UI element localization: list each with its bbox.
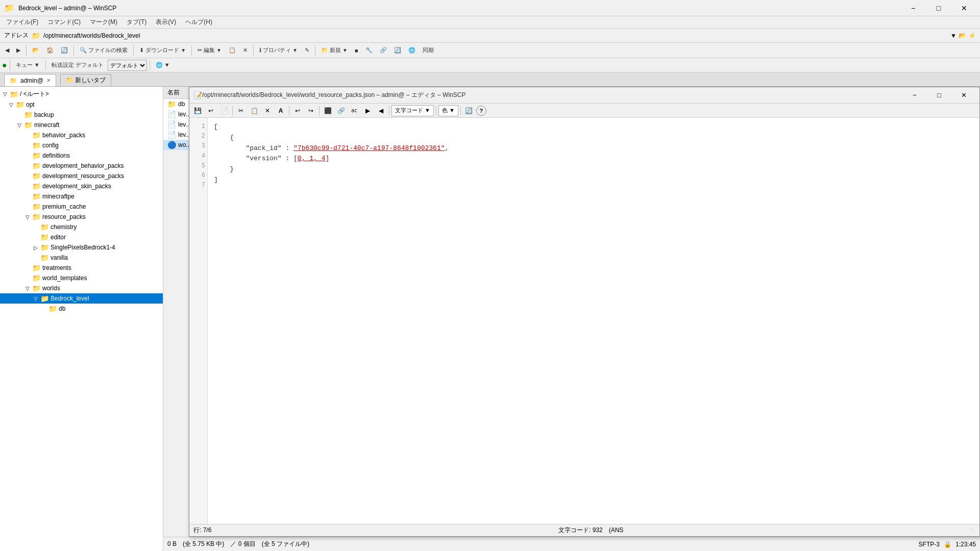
editor-save-btn[interactable]: 💾 (191, 105, 204, 117)
black-square-button[interactable]: ■ (352, 44, 361, 57)
tree-item-minecraftpe[interactable]: 📁 minecraftpe (0, 191, 163, 202)
tree-item-treatments[interactable]: 📁 treatments (0, 263, 163, 273)
link-button[interactable]: 🔗 (377, 44, 390, 57)
line-num-2: 2 (191, 132, 205, 141)
refresh-button[interactable]: 🔄 (58, 44, 71, 57)
home-button[interactable]: 🏠 (43, 44, 57, 57)
editor-undo-btn[interactable]: ↩ (291, 105, 304, 117)
expand-bedrock[interactable]: ▽ (33, 296, 39, 302)
tab-session[interactable]: 📁 admin@ ✕ (4, 74, 56, 86)
properties-button[interactable]: ℹ プロパティ ▼ (256, 44, 301, 57)
line-num-4: 4 (191, 152, 205, 161)
tree-item-behavior-packs[interactable]: 📁 behavior_packs (0, 130, 163, 140)
address-dropdown[interactable]: ▼ (950, 32, 957, 39)
transfer-dropdown[interactable]: デフォルト (108, 60, 147, 71)
menu-tab[interactable]: タブ(T) (122, 17, 151, 28)
tree-item-db[interactable]: 📁 db (0, 304, 163, 314)
tree-item-config[interactable]: 📁 config (0, 140, 163, 151)
editor-a-btn[interactable]: A (275, 105, 287, 117)
folder-icon-db: 📁 (48, 305, 57, 313)
queue-button[interactable]: キュー ▼ (13, 59, 43, 72)
editor-newdoc-btn[interactable]: 📄 (218, 105, 230, 117)
menu-mark[interactable]: マーク(M) (86, 17, 121, 28)
download-button[interactable]: ⬇ ダウンロード ▼ (136, 44, 189, 57)
maximize-button[interactable]: □ (927, 0, 950, 16)
folder-icon-chemistry: 📁 (40, 223, 49, 231)
globe-button[interactable]: 🌐 (405, 44, 419, 57)
expand-singlepixels[interactable]: ▷ (33, 245, 39, 251)
minimize-button[interactable]: − (901, 0, 925, 16)
tree-item-dev-behavior[interactable]: 📁 development_behavior_packs (0, 161, 163, 171)
editor-color-dropdown[interactable]: 色 ▼ (438, 105, 458, 116)
tree-item-bedrock-level[interactable]: ▽ 📁 Bedrock_level (0, 293, 163, 304)
sync-button[interactable]: 同期 (420, 44, 437, 57)
editor-charcode-dropdown[interactable]: 文字コード ▼ (391, 105, 434, 116)
new-tab-button[interactable]: 📁 新しいタブ (60, 74, 111, 86)
tree-item-editor[interactable]: 📁 editor (0, 232, 163, 242)
globe2-button[interactable]: 🌐 ▼ (153, 59, 173, 72)
code-editor[interactable]: [ { "pack_id" : "7b630c99-d721-40c7-a197… (208, 118, 979, 524)
forward-button[interactable]: ▶ (13, 44, 23, 57)
expand-root[interactable]: ▽ (2, 91, 8, 97)
gear-button[interactable]: 🔧 (362, 44, 376, 57)
edit2-button[interactable]: ✎ (302, 44, 312, 57)
folder-icon-premium: 📁 (32, 203, 41, 211)
editor-del-btn[interactable]: ✕ (261, 105, 274, 117)
editor-highlight-btn[interactable]: ⬛ (322, 105, 334, 117)
code-bracket-arr-close: ] (325, 155, 329, 162)
tree-item-singlepixels[interactable]: ▷ 📁 SinglePixelsBedrock1-4 (0, 242, 163, 253)
address-btn1[interactable]: 📂 (959, 32, 966, 39)
tree-item-dev-resource[interactable]: 📁 development_resource_packs (0, 171, 163, 181)
editor-maximize-btn[interactable]: □ (927, 88, 951, 103)
editor-next-btn[interactable]: ▶ (361, 105, 374, 117)
search-button[interactable]: 🔍 ファイルの検索 (77, 44, 131, 57)
tree-item-worlds[interactable]: ▽ 📁 worlds (0, 283, 163, 293)
tree-item-minecraft[interactable]: ▽ 📁 minecraft (0, 120, 163, 130)
editor-redo-btn[interactable]: ↪ (305, 105, 317, 117)
menu-command[interactable]: コマンド(C) (43, 17, 85, 28)
address-btn2[interactable]: ⚡ (968, 32, 976, 39)
close-button[interactable]: ✕ (952, 0, 976, 16)
tree-item-definitions[interactable]: 📁 definitions (0, 151, 163, 161)
tree-item-resource-packs[interactable]: ▽ 📁 resource_packs (0, 212, 163, 222)
transfer-settings-button[interactable]: 転送設定 デフォルト (48, 59, 107, 72)
menu-file[interactable]: ファイル(F) (2, 17, 42, 28)
back-button[interactable]: ◀ (2, 44, 12, 57)
tree-item-dev-skin[interactable]: 📁 development_skin_packs (0, 181, 163, 191)
expand-worlds[interactable]: ▽ (24, 286, 31, 291)
menu-view[interactable]: 表示(V) (152, 17, 180, 28)
editor-refresh-btn[interactable]: 🔄 (463, 105, 475, 117)
editor-minimize-btn[interactable]: − (903, 88, 926, 103)
editor-cut-btn[interactable]: ✂ (235, 105, 247, 117)
editor-replace-btn[interactable]: ac (348, 105, 360, 117)
editor-copy-btn[interactable]: 📋 (248, 105, 260, 117)
address-path[interactable]: /opt/minecraft/worlds/Bedrock_level (43, 32, 140, 39)
tab-close-btn[interactable]: ✕ (46, 78, 51, 83)
tree-label-premium: premium_cache (42, 203, 86, 210)
folder-icon-editor: 📁 (40, 233, 49, 241)
tree-item-root[interactable]: ▽ 📁 / <ルート> (0, 89, 163, 99)
expand-resource[interactable]: ▽ (24, 214, 31, 220)
tree-item-vanilla[interactable]: 📁 vanilla (0, 253, 163, 263)
menu-help[interactable]: ヘルプ(H) (181, 17, 216, 28)
sync-button2[interactable]: 🔄 (391, 44, 404, 57)
new-button[interactable]: 📁 新規 ▼ (318, 44, 351, 57)
edit-button[interactable]: ✏ 編集 ▼ (194, 44, 225, 57)
tree-item-premium-cache[interactable]: 📁 premium_cache (0, 202, 163, 212)
tree-item-opt[interactable]: ▽ 📁 opt (0, 99, 163, 110)
tree-item-backup[interactable]: 📁 backup (0, 110, 163, 120)
tree-item-chemistry[interactable]: 📁 chemistry (0, 222, 163, 232)
copy-button[interactable]: 📋 (226, 44, 239, 57)
expand-opt[interactable]: ▽ (8, 102, 14, 108)
expand-minecraft[interactable]: ▽ (16, 122, 22, 128)
open-dir-button[interactable]: 📂 (29, 44, 42, 57)
editor-link-btn[interactable]: 🔗 (335, 105, 347, 117)
editor-resize-handle[interactable]: ⋱ (970, 528, 975, 533)
tree-item-world-templates[interactable]: 📁 world_templates (0, 273, 163, 283)
editor-help-btn[interactable]: ? (476, 106, 486, 116)
editor-close-btn[interactable]: ✕ (952, 88, 975, 103)
editor-reload-btn[interactable]: ↩ (205, 105, 217, 117)
line-num-7: 7 (191, 181, 205, 190)
editor-prev-btn[interactable]: ◀ (375, 105, 387, 117)
delete-button[interactable]: ✕ (240, 44, 251, 57)
